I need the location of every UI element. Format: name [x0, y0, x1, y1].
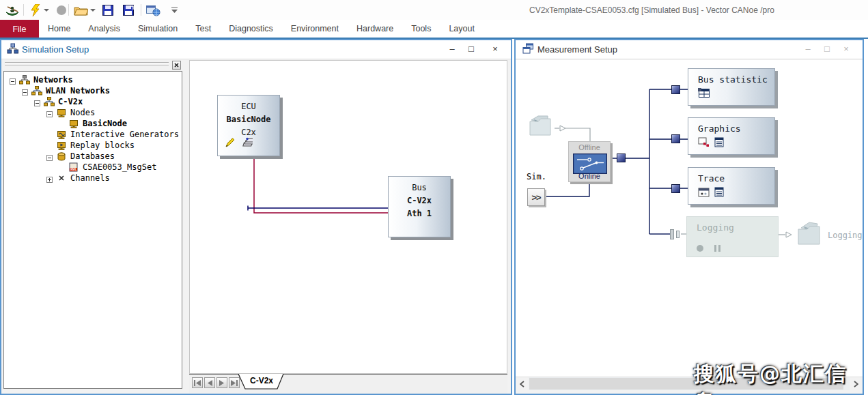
tree-row[interactable]: Replay blocks [46, 140, 182, 151]
tree-row[interactable]: C-V2x [34, 96, 182, 107]
tree-row[interactable]: XML CSAE0053_MsgSet [59, 162, 182, 173]
trace-list-icon [714, 187, 724, 199]
nav-first-icon[interactable] [192, 377, 203, 388]
canoe-app-icon[interactable] [4, 3, 20, 18]
tree-item-c-v2x[interactable]: C-V2x [58, 97, 83, 106]
tab-simulation[interactable]: Simulation [129, 20, 186, 38]
tab-analysis[interactable]: Analysis [79, 20, 129, 38]
tab-home[interactable]: Home [39, 20, 79, 38]
toolbar-separator [23, 4, 24, 16]
trace-window-icon [698, 188, 710, 199]
maximize-button[interactable]: □ [464, 42, 479, 56]
close-button[interactable]: × [839, 42, 854, 56]
tree-row[interactable]: Interactive Generators [46, 129, 182, 140]
workspace-globe-icon[interactable] [145, 3, 161, 18]
graphics-block[interactable]: Graphics [688, 117, 775, 155]
logging-block[interactable]: Logging [686, 216, 779, 257]
sim-expand-button[interactable]: >> [527, 188, 545, 206]
simulation-setup-title: Simulation Setup [22, 44, 89, 55]
page-tab-c-v2x[interactable]: C-V2x [238, 374, 285, 390]
hook-connector[interactable] [617, 153, 626, 162]
tree-item-networks[interactable]: Networks [33, 75, 73, 85]
expander-minus-icon[interactable] [34, 99, 40, 105]
tab-test[interactable]: Test [186, 20, 220, 38]
maximize-button[interactable]: □ [820, 42, 835, 56]
save-icon[interactable] [100, 3, 116, 18]
minimize-button[interactable]: – [445, 42, 460, 56]
tab-hardware[interactable]: Hardware [348, 20, 402, 38]
replay-block-icon [55, 141, 67, 150]
close-button[interactable]: × [488, 42, 503, 56]
start-dropdown-icon[interactable] [42, 3, 51, 18]
pause-icon [714, 245, 720, 252]
toolbar-overflow-icon[interactable] [169, 3, 179, 18]
offline-label[interactable]: Offline [569, 143, 610, 151]
measurement-setup-title: Measurement Setup [537, 44, 617, 55]
trace-block[interactable]: Trace [688, 167, 775, 205]
disabled-connector-icon[interactable] [676, 231, 680, 238]
tab-layout[interactable]: Layout [440, 20, 484, 38]
hook-connector[interactable] [671, 134, 680, 143]
graphics-label: Graphics [698, 123, 774, 134]
tree-item-wlan-networks[interactable]: WLAN Networks [46, 86, 110, 96]
hook-connector[interactable] [671, 85, 680, 94]
tree-item-nodes[interactable]: Nodes [70, 108, 95, 117]
offline-source-folder-icon[interactable] [527, 113, 555, 141]
tab-diagnostics[interactable]: Diagnostics [220, 20, 282, 38]
svg-text:XML: XML [70, 168, 77, 171]
open-folder-icon[interactable] [72, 3, 89, 18]
expander-minus-icon[interactable] [46, 153, 53, 160]
tree-item-channels[interactable]: Channels [70, 173, 110, 183]
tab-file[interactable]: File [0, 20, 39, 39]
expander-minus-icon[interactable] [46, 110, 53, 116]
network-icon [18, 75, 30, 85]
tree-toolbar [3, 61, 182, 70]
tab-environment[interactable]: Environment [282, 20, 348, 38]
tree-item-replay-blocks[interactable]: Replay blocks [70, 141, 135, 150]
expander-minus-icon[interactable] [10, 77, 16, 83]
network-tree: Networks WLAN Networks C-V2x Nodes Basic… [3, 71, 182, 389]
tree-row[interactable]: Nodes [46, 107, 182, 118]
tree-toolbar-close-icon[interactable] [172, 61, 181, 70]
window-title: CV2xTemplate-CSAE0053.cfg [Simulated Bus… [529, 5, 774, 15]
wlan-network-icon [31, 86, 42, 96]
edit-pencil-icon[interactable] [225, 137, 235, 150]
bus-name-label: C-V2x [389, 196, 450, 205]
tree-row[interactable]: WLAN Networks [22, 85, 182, 96]
logging-target-label: Logging [828, 231, 863, 240]
ecu-name-label: BasicNode [218, 115, 279, 124]
tree-row[interactable]: Networks [10, 74, 182, 85]
sim-source-label: Sim. [527, 172, 546, 181]
nav-next-icon[interactable] [216, 377, 227, 388]
tree-row[interactable]: Databases [46, 151, 182, 162]
save-as-icon[interactable] [120, 3, 137, 18]
expander-minus-icon[interactable] [22, 88, 28, 94]
scroll-left-icon[interactable] [516, 377, 529, 390]
simulation-setup-icon [7, 43, 18, 57]
watermark: 搜狐号@北汇信息 [694, 360, 868, 395]
disabled-connector-icon[interactable] [670, 229, 674, 239]
nav-previous-icon[interactable] [204, 377, 215, 388]
tree-row[interactable]: Channels [46, 173, 182, 184]
expander-plus-icon[interactable] [46, 175, 53, 181]
tree-item-interactive-generators[interactable]: Interactive Generators [70, 130, 179, 139]
tree-item-basicnode[interactable]: BasicNode [83, 119, 127, 128]
open-dropdown-icon[interactable] [89, 3, 97, 18]
node-layers-icon[interactable] [240, 137, 253, 150]
tab-tools[interactable]: Tools [402, 20, 440, 38]
trace-label: Trace [698, 173, 774, 184]
tree-item-databases[interactable]: Databases [70, 151, 115, 161]
xml-database-icon: XML [68, 162, 79, 172]
bus-block[interactable]: Bus C-V2x Ath 1 [388, 176, 451, 237]
online-offline-switch-block[interactable]: Offline Online [568, 141, 611, 182]
bus-statistic-block[interactable]: Bus statistic [688, 68, 775, 106]
minimize-button[interactable]: – [800, 42, 815, 56]
logging-folder-icon[interactable] [794, 220, 823, 248]
tree-item-csae0053-msgset[interactable]: CSAE0053_MsgSet [83, 162, 156, 172]
online-label[interactable]: Online [569, 172, 610, 180]
hook-connector[interactable] [671, 184, 680, 193]
toolbar-grip[interactable] [5, 62, 169, 68]
ecu-node-block[interactable]: ECU BasicNode C2x [217, 95, 280, 156]
start-measurement-icon[interactable] [27, 3, 44, 18]
tree-row[interactable]: BasicNode [59, 118, 182, 129]
